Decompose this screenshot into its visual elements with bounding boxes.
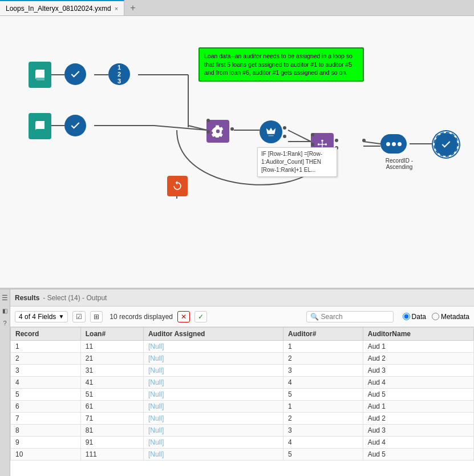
table-cell: 81 (80, 425, 143, 437)
table-cell: Aud 2 (363, 413, 473, 425)
metadata-radio-label[interactable]: Metadata (432, 313, 469, 321)
table-row: 881[Null]3Aud 3 (11, 425, 474, 437)
configure-columns-button[interactable]: ☑ (72, 311, 86, 322)
record-id-node-1[interactable]: 123 (108, 63, 130, 85)
table-cell: 9 (11, 437, 81, 449)
metadata-radio[interactable] (432, 313, 439, 320)
table-cell: Aud 4 (363, 437, 473, 449)
table-cell: 91 (80, 437, 143, 449)
table-row: 991[Null]4Aud 4 (11, 437, 474, 449)
tab-bar: Loops_In_Alteryx_08102024.yxmd × + (0, 0, 474, 16)
table-cell: [Null] (143, 341, 283, 353)
table-header-record: Record (11, 328, 81, 341)
clear-button[interactable]: ✕ (177, 311, 190, 322)
table-header-auditorname: AuditorName (363, 328, 473, 341)
left-side-panel: ☰ ◧ ? (0, 289, 10, 476)
data-radio[interactable] (403, 313, 410, 320)
input-node-1[interactable] (29, 62, 51, 88)
search-input[interactable] (321, 313, 390, 321)
loop-node[interactable] (167, 176, 188, 196)
table-cell: 7 (11, 413, 81, 425)
table-cell: 5 (283, 389, 363, 401)
table-cell: [Null] (143, 401, 283, 413)
table-cell: 4 (283, 437, 363, 449)
table-cell: 2 (283, 353, 363, 365)
table-cell: 71 (80, 413, 143, 425)
svg-point-18 (325, 143, 327, 146)
table-cell: [Null] (143, 353, 283, 365)
input-node-2[interactable] (29, 113, 51, 139)
view-mode-radio-group: Data Metadata (403, 313, 469, 321)
annotation-box: Loan data--an auditor needs to be assign… (198, 47, 364, 82)
records-count: 10 records displayed (110, 313, 173, 321)
workflow-canvas: Loan data--an auditor needs to be assign… (0, 16, 474, 289)
table-cell: [Null] (143, 377, 283, 389)
table-cell: 21 (80, 353, 143, 365)
table-cell: Aud 3 (363, 425, 473, 437)
data-radio-label[interactable]: Data (403, 313, 426, 321)
menu-icon[interactable]: ☰ (2, 294, 8, 302)
new-tab-button[interactable]: + (124, 3, 141, 13)
table-cell: 41 (80, 377, 143, 389)
workflow-tab[interactable]: Loops_In_Alteryx_08102024.yxmd × (0, 0, 124, 15)
table-cell: [Null] (143, 449, 283, 461)
table-cell: Aud 2 (363, 353, 473, 365)
field-selector-dropdown[interactable]: 4 of 4 Fields ▼ (15, 311, 68, 322)
export-icon: ⊞ (94, 313, 99, 321)
tab-label: Loops_In_Alteryx_08102024.yxmd (6, 5, 111, 13)
table-cell: 10 (11, 449, 81, 461)
output-node[interactable] (435, 133, 457, 156)
export-button[interactable]: ⊞ (90, 311, 103, 322)
table-cell: 5 (11, 389, 81, 401)
help-icon[interactable]: ? (3, 320, 6, 326)
table-row: 771[Null]2Aud 2 (11, 413, 474, 425)
svg-line-10 (288, 130, 311, 142)
field-selector-label: 4 of 4 Fields (19, 313, 56, 321)
table-cell: 6 (11, 401, 81, 413)
browse-node[interactable] (380, 134, 407, 154)
results-subtitle: - Select (14) - Output (43, 294, 107, 302)
resize-icon[interactable]: ◧ (2, 308, 7, 314)
apply-button[interactable]: ✓ (195, 311, 207, 322)
results-table: RecordLoan#Auditor AssignedAuditor#Audit… (10, 327, 474, 461)
table-row: 111[Null]1Aud 1 (11, 341, 474, 353)
search-box: 🔍 (306, 311, 394, 322)
table-row: 331[Null]3Aud 3 (11, 365, 474, 377)
table-cell: 2 (11, 353, 81, 365)
table-row: 221[Null]2Aud 2 (11, 353, 474, 365)
select-node-2[interactable] (64, 115, 86, 136)
table-cell: [Null] (143, 365, 283, 377)
table-header-auditor-assigned: Auditor Assigned (143, 328, 283, 341)
table-header-loan-: Loan# (80, 328, 143, 341)
results-panel: ☰ ◧ ? Results - Select (14) - Output 4 o… (0, 289, 474, 476)
table-header-row: RecordLoan#Auditor AssignedAuditor#Audit… (11, 328, 474, 341)
results-header: Results - Select (14) - Output (10, 289, 474, 306)
svg-line-12 (363, 142, 380, 144)
tooltip-box: IF [Row-1:Rank] =[Row-1:Auditor_Count] T… (257, 147, 337, 177)
table-cell: [Null] (143, 425, 283, 437)
svg-point-17 (318, 143, 320, 146)
table-cell: [Null] (143, 389, 283, 401)
table-row: 661[Null]1Aud 1 (11, 401, 474, 413)
formula-node[interactable] (206, 120, 229, 143)
table-cell: Aud 4 (363, 377, 473, 389)
table-cell: 3 (11, 365, 81, 377)
columns-icon: ☑ (76, 313, 82, 321)
table-header-auditor-: Auditor# (283, 328, 363, 341)
table-cell: 4 (283, 377, 363, 389)
table-cell: 1 (283, 341, 363, 353)
table-cell: 51 (80, 389, 143, 401)
table-cell: Aud 5 (363, 389, 473, 401)
table-cell: 8 (11, 425, 81, 437)
table-cell: 111 (80, 449, 143, 461)
table-row: 10111[Null]5Aud 5 (11, 449, 474, 461)
table-cell: [Null] (143, 437, 283, 449)
table-cell: Aud 3 (363, 365, 473, 377)
table-cell: 61 (80, 401, 143, 413)
table-cell: Aud 5 (363, 449, 473, 461)
tab-close-icon[interactable]: × (115, 5, 118, 12)
table-cell: 5 (283, 449, 363, 461)
join-node[interactable] (260, 120, 282, 143)
record-id-label: RecordID -Ascending (382, 158, 416, 170)
select-node-1[interactable] (64, 63, 86, 85)
